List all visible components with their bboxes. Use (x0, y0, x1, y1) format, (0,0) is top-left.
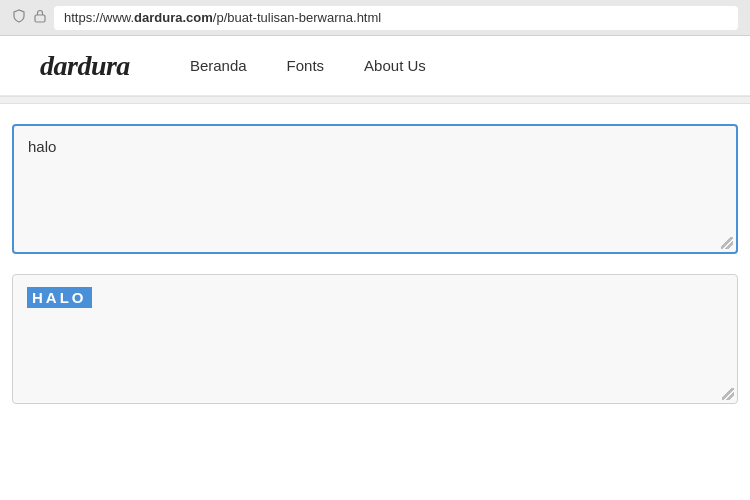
nav-link-beranda[interactable]: Beranda (190, 57, 247, 74)
nav-item-beranda[interactable]: Beranda (190, 57, 247, 75)
navbar: dardura Beranda Fonts About Us (0, 36, 750, 96)
logo[interactable]: dardura (40, 50, 130, 82)
output-text-content: HALO (27, 287, 92, 308)
output-resize-handle[interactable] (722, 388, 734, 400)
shield-icon (12, 9, 26, 26)
input-text-content: halo (28, 138, 56, 155)
lock-icon (34, 9, 46, 26)
svg-rect-0 (35, 15, 45, 22)
url-bar[interactable]: https://www.dardura.com/p/buat-tulisan-b… (54, 6, 738, 30)
nav-link-fonts[interactable]: Fonts (287, 57, 325, 74)
input-text-box[interactable]: halo (12, 124, 738, 254)
main-content: halo HALO (0, 104, 750, 424)
nav-item-about[interactable]: About Us (364, 57, 426, 75)
nav-links: Beranda Fonts About Us (190, 57, 426, 75)
page: dardura Beranda Fonts About Us halo HALO (0, 36, 750, 500)
browser-bar: https://www.dardura.com/p/buat-tulisan-b… (0, 0, 750, 36)
nav-link-about[interactable]: About Us (364, 57, 426, 74)
url-text: https://www.dardura.com/p/buat-tulisan-b… (64, 10, 381, 25)
nav-item-fonts[interactable]: Fonts (287, 57, 325, 75)
separator (0, 96, 750, 104)
output-text-box: HALO (12, 274, 738, 404)
resize-handle[interactable] (721, 237, 733, 249)
